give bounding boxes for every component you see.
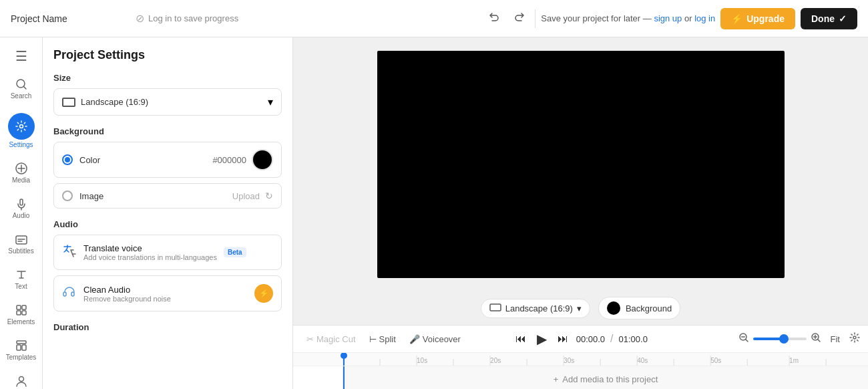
right-column: Landscape (16:9) ▾ Background ✂ Magic Cu… [293, 37, 868, 389]
color-swatch[interactable] [252, 149, 273, 170]
timeline-ruler: 10s 20s 30s 40s 50s 1m [293, 353, 868, 366]
sidebar-item-settings[interactable]: Settings [3, 108, 40, 154]
magic-cut-button[interactable]: ✂ Magic Cut [301, 332, 361, 347]
zoom-out-button[interactable] [738, 332, 749, 346]
size-dropdown[interactable]: Landscape (16:9) ▾ [53, 88, 282, 116]
background-color-circle [607, 301, 620, 315]
timeline-settings-icon[interactable] [849, 332, 860, 346]
sidebar-item-templates[interactable]: Templates [3, 334, 40, 366]
redo-icon [513, 11, 525, 23]
icon-sidebar: ☰ Search Settings Media [0, 37, 43, 389]
fit-button[interactable]: Fit [825, 332, 845, 347]
top-bar: ⊘ Log in to save progress Save your proj… [0, 0, 868, 37]
sidebar-item-menu[interactable]: ☰ [3, 43, 40, 70]
svg-point-12 [19, 377, 23, 382]
size-dropdown-left: Landscape (16:9) [62, 97, 148, 107]
media-icon [15, 162, 28, 175]
svg-rect-10 [17, 345, 21, 350]
user-icon [15, 374, 28, 388]
sidebar-item-text[interactable]: Text [3, 263, 40, 295]
audio-section: Audio Translate voice Add voice translat… [53, 219, 282, 311]
landscape-badge-label: Landscape (16:9) [505, 303, 573, 313]
timeline-area: ✂ Magic Cut ⊢ Split 🎤 Voiceover ⏮ ▶ ⏭ 00… [293, 325, 868, 389]
background-badge-label: Background [626, 303, 672, 313]
chevron-down-icon: ▾ [268, 96, 273, 108]
audio-icon [15, 197, 28, 211]
landscape-icon [62, 98, 75, 107]
color-right: #000000 [212, 149, 273, 170]
zoom-in-button[interactable] [811, 332, 821, 346]
subtitles-label: Subtitles [8, 247, 33, 255]
menu-icon: ☰ [15, 48, 27, 64]
redo-button[interactable] [509, 7, 529, 30]
voiceover-button[interactable]: 🎤 Voiceover [404, 332, 466, 347]
save-later-text: Save your project for later — sign up or… [541, 13, 715, 23]
add-media-button[interactable]: + Add media to this project [554, 374, 658, 384]
image-option[interactable]: Image Upload ↻ [53, 183, 282, 209]
landscape-badge[interactable]: Landscape (16:9) ▾ [481, 299, 590, 318]
audio-label: Audio [13, 212, 30, 219]
landscape-badge-icon [489, 303, 501, 313]
media-label: Media [12, 176, 30, 184]
background-badge[interactable]: Background [598, 297, 680, 319]
sidebar-item-audio[interactable]: Audio [3, 192, 40, 225]
zoom-slider[interactable] [753, 338, 807, 340]
sidebar-item-elements[interactable]: Elements [3, 298, 40, 331]
settings-icon [15, 120, 28, 133]
ruler-marks-container: 10s 20s 30s 40s 50s 1m [343, 353, 868, 366]
play-button[interactable]: ▶ [534, 328, 550, 350]
clean-audio-title: Clean Audio [83, 285, 171, 295]
size-value: Landscape (16:9) [81, 97, 148, 107]
project-name-input[interactable] [11, 13, 128, 24]
undo-button[interactable] [484, 7, 504, 30]
current-time: 00:00.0 [576, 334, 605, 344]
color-option[interactable]: Color #000000 [53, 142, 282, 178]
sidebar-bottom [3, 369, 40, 389]
done-button[interactable]: Done ✓ [801, 8, 857, 29]
log-in-link[interactable]: log in [694, 13, 715, 23]
sidebar-item-user[interactable] [3, 369, 40, 389]
sidebar-item-subtitles[interactable]: Subtitles [3, 227, 40, 260]
svg-rect-4 [16, 236, 27, 244]
sidebar-item-media[interactable]: Media [3, 156, 40, 189]
upgrade-icon: ⚡ [731, 13, 742, 24]
zoom-controls: Fit [738, 332, 860, 347]
translate-svg [62, 243, 77, 258]
time-separator: / [610, 333, 613, 345]
video-canvas [377, 51, 785, 278]
save-notice: ⊘ Log in to save progress [136, 12, 238, 25]
voiceover-label: Voiceover [423, 334, 461, 344]
color-hex-value: #000000 [212, 155, 246, 165]
background-section-label: Background [53, 126, 282, 136]
sidebar-item-search[interactable]: Search [3, 72, 40, 105]
settings-panel-title: Project Settings [53, 48, 282, 62]
svg-rect-9 [17, 341, 26, 344]
split-button[interactable]: ⊢ Split [364, 332, 401, 347]
svg-rect-11 [22, 345, 26, 350]
upgrade-button[interactable]: ⚡ Upgrade [720, 8, 795, 29]
ruler-side-spacer [293, 353, 343, 366]
svg-rect-7 [17, 311, 21, 315]
image-right: Upload ↻ [232, 190, 273, 201]
translate-voice-item[interactable]: Translate voice Add voice translations i… [53, 235, 282, 270]
settings-panel: Project Settings Size Landscape (16:9) ▾… [43, 37, 293, 389]
timeline-track: + Add media to this project [343, 366, 868, 389]
save-later-prefix: Save your project for later — [541, 13, 654, 23]
duration-label: Duration [53, 322, 282, 332]
svg-rect-6 [22, 305, 26, 309]
sign-up-link[interactable]: sign up [654, 13, 682, 23]
search-icon [15, 78, 28, 91]
clean-audio-text: Clean Audio Remove background noise [83, 285, 171, 303]
magic-cut-icon: ✂ [306, 334, 314, 344]
clean-audio-item[interactable]: Clean Audio Remove background noise ⚡ [53, 275, 282, 311]
timeline-track-area: + Add media to this project [293, 366, 868, 389]
preview-area: Landscape (16:9) ▾ Background [293, 37, 868, 325]
ruler-ticks-svg [343, 353, 868, 366]
image-radio[interactable] [62, 190, 73, 201]
color-radio[interactable] [62, 154, 73, 165]
audio-section-label: Audio [53, 219, 282, 229]
upload-button[interactable]: Upload [232, 191, 260, 201]
skip-back-button[interactable]: ⏮ [513, 330, 529, 348]
text-icon [15, 268, 28, 281]
skip-forward-button[interactable]: ⏭ [555, 330, 571, 348]
